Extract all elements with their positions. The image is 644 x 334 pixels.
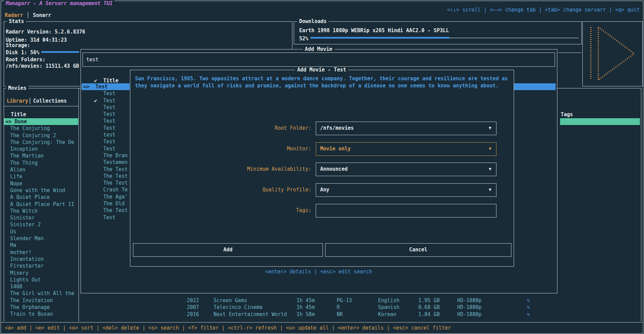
download-percent-label: 52% [299, 35, 308, 42]
library-table-row[interactable]: 2007Telecinco Cinema1h 45mRSpanish0.68 G… [0, 304, 644, 311]
result-title: Test [103, 125, 115, 131]
movie-list-item[interactable]: The Conjuring [4, 125, 78, 132]
search-result-row[interactable]: Test [82, 90, 130, 97]
movie-list-item[interactable]: Alien [4, 166, 78, 173]
search-result-row[interactable]: Test [82, 125, 130, 131]
movie-list-item[interactable]: Nope [4, 180, 78, 187]
search-box [83, 53, 555, 67]
movies-tabs-separator-line [4, 106, 79, 106]
search-result-row[interactable]: test [82, 131, 130, 138]
cell-size: 1.84 GB [418, 311, 440, 318]
result-title: The Bran [103, 152, 128, 159]
library-table-row[interactable]: 2022Screen Gems1h 45mPG-13English1.95 GB… [0, 297, 644, 304]
app-title: Managarr - A Servarr management TUI [4, 0, 114, 7]
cell-quality: HD-1080p [457, 311, 482, 318]
result-title: Test [103, 90, 115, 97]
library-table-row[interactable]: 2016Next Entertainment World1h 58mNRKore… [0, 311, 644, 318]
search-result-row[interactable]: Test [82, 104, 130, 111]
movie-list-item[interactable]: The Thing [4, 160, 78, 166]
minimum-availability-select[interactable]: Announced▼ [316, 163, 496, 176]
movie-list-item[interactable]: Inception [4, 146, 78, 152]
root-folder-select[interactable]: /nfs/movies▼ [316, 122, 496, 135]
movie-list-item[interactable]: Us [4, 228, 78, 235]
search-result-row[interactable]: ✔Test [82, 97, 130, 104]
movie-list-item[interactable]: The Witch [4, 208, 78, 214]
search-result-row[interactable]: The Old [82, 200, 130, 207]
title-column-header: Title [11, 111, 26, 118]
cell-studio: Next Entertainment World [214, 311, 287, 318]
movie-list-item[interactable]: Ma [4, 242, 78, 249]
movie-list-item[interactable]: The Conjuring: The De [4, 139, 78, 146]
movie-list-item[interactable]: Slender Man [4, 235, 78, 242]
search-result-row[interactable]: The Test [82, 180, 130, 186]
movie-list-item[interactable]: Firestarter [4, 263, 78, 269]
movie-list-item[interactable]: => Dune [4, 118, 78, 125]
movie-list-item[interactable]: The Girl with All the [4, 290, 78, 297]
cell-rating: NR [337, 311, 343, 318]
movie-list-item[interactable]: Lights Out [4, 276, 78, 283]
footer-keybind-help: <a> add | <e> edit | <o> sort | <del> de… [5, 325, 451, 331]
tab-collections[interactable]: Collections [33, 98, 67, 104]
search-result-row[interactable]: Testamen [82, 159, 130, 166]
radarr-version-line: Radarr Version: 5.2.6.8376 [6, 28, 85, 35]
search-result-row[interactable]: Crash Te [82, 186, 130, 193]
search-result-row[interactable]: Test [82, 118, 130, 124]
search-result-row[interactable]: The Test [82, 166, 130, 173]
cell-quality: HD-1080p [457, 297, 482, 304]
chevron-down-icon: ▼ [489, 143, 491, 155]
movie-list-item[interactable]: The Martian [4, 152, 78, 159]
search-result-row[interactable]: =>Test [82, 83, 130, 90]
movie-list-item[interactable]: Incantation [4, 256, 78, 263]
result-title: The Test [103, 166, 128, 173]
movie-list-item[interactable]: Gone with the Wind [4, 187, 78, 194]
movie-list-item[interactable]: Sinister 2 [4, 221, 78, 228]
cell-size: 0.68 GB [418, 304, 440, 311]
movie-list-item[interactable]: Sinister [4, 214, 78, 221]
movie-list-item[interactable]: A Quiet Place [4, 194, 78, 201]
movie-list-item[interactable]: mother! [4, 249, 78, 256]
search-result-row[interactable]: The Test [82, 173, 130, 180]
cell-quality: HD-1080p [457, 304, 482, 311]
search-result-row[interactable]: Test [82, 111, 130, 118]
cancel-button[interactable]: Cancel [325, 243, 511, 257]
results-title-header: Title [103, 77, 118, 84]
search-result-row[interactable]: The Test [82, 207, 130, 214]
tab-library[interactable]: Library [7, 98, 28, 104]
cell-language: Korean [378, 311, 396, 318]
cell-year: 2016 [187, 311, 199, 318]
movie-list-item[interactable]: The Conjuring 2 [4, 132, 78, 139]
disk-usage-label: Disk 1: 56% [6, 49, 39, 56]
quality-profile-select[interactable]: Any▼ [316, 183, 496, 197]
edit-pencil-icon[interactable]: ✎ [527, 304, 530, 311]
search-result-row[interactable]: The Bran [82, 152, 130, 159]
tab-sonarr[interactable]: Sonarr [33, 12, 51, 19]
add-button[interactable]: Add [133, 243, 323, 257]
search-result-row[interactable]: Test [82, 214, 130, 221]
result-title: The Test [103, 207, 128, 214]
movie-list-item[interactable]: Misery [4, 270, 78, 276]
search-result-row[interactable]: Test [82, 138, 130, 145]
monitor-select[interactable]: Movie only▼ [316, 142, 496, 156]
field-label: Monitor: [152, 145, 311, 152]
movie-list-item[interactable]: Life [4, 173, 78, 180]
field-value: Any [320, 184, 329, 196]
field-label: Tags: [152, 207, 311, 214]
monitored-check-icon: ✔ [94, 97, 97, 104]
movie-list-item[interactable]: 1408 [4, 283, 78, 290]
search-input[interactable] [83, 53, 558, 66]
tags-input[interactable] [316, 204, 496, 217]
edit-pencil-icon[interactable]: ✎ [527, 297, 530, 304]
download-item-title: Earth 1998 1080p WEBRip x265 Hindi AAC2.… [299, 27, 449, 34]
field-label: Minimum Availability: [152, 166, 311, 172]
field-value: Movie only [320, 143, 351, 155]
search-result-row[interactable]: Test [82, 145, 130, 152]
chevron-down-icon: ▼ [489, 122, 491, 134]
search-result-row[interactable]: The Aga' [82, 193, 130, 200]
result-title: Test [103, 118, 115, 124]
managarr-logo-icon [587, 24, 638, 83]
field-value: Announced [320, 163, 348, 175]
movie-list-item[interactable]: A Quiet Place Part II [4, 201, 78, 208]
modal-title: Add Movie - Test [295, 67, 348, 73]
edit-pencil-icon[interactable]: ✎ [527, 311, 530, 318]
tab-radarr[interactable]: Radarr [5, 12, 23, 19]
